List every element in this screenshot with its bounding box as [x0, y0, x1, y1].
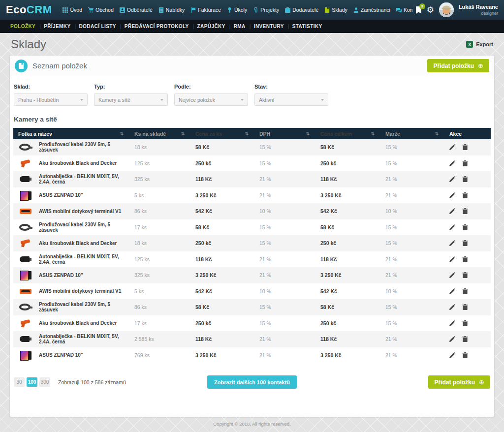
nav-item-odberatele[interactable]: Odběratelé — [117, 7, 156, 13]
edit-icon[interactable] — [449, 192, 455, 198]
delete-icon[interactable] — [462, 192, 468, 198]
edit-icon[interactable] — [449, 304, 455, 310]
sort-icon[interactable]: ⇅ — [181, 131, 185, 136]
user-role: designer — [459, 11, 498, 16]
filter-select[interactable]: Aktivní — [254, 93, 328, 106]
edit-icon[interactable] — [449, 144, 455, 150]
delete-icon[interactable] — [462, 256, 468, 262]
export-link[interactable]: x Export — [466, 41, 493, 48]
nav-item-projekty[interactable]: Projekty — [250, 7, 282, 13]
stock-quantity: 2 585 ks — [129, 336, 190, 342]
stock-quantity: 125 ks — [129, 160, 190, 166]
delete-icon[interactable] — [462, 176, 468, 182]
category-title: Kamery a sítě — [14, 116, 490, 123]
edit-icon[interactable] — [449, 208, 455, 214]
subnav-item[interactable]: STATISTIKY — [289, 24, 326, 29]
margin-rate: 15 % — [380, 240, 444, 246]
edit-icon[interactable] — [449, 320, 455, 326]
edit-icon[interactable] — [449, 160, 455, 166]
subnav-item[interactable]: ZAPŮJČKY — [194, 24, 230, 29]
nav-item-dodavatele[interactable]: Dodavatelé — [282, 7, 321, 13]
edit-icon[interactable] — [449, 288, 455, 294]
delete-icon[interactable] — [462, 272, 468, 278]
edit-icon[interactable] — [449, 224, 455, 230]
subnav-item[interactable]: PŘEDÁVACÍ PROTOKOLY — [121, 24, 194, 29]
top-navigation: EcoCRM Úvod Obchod Odběratelé Nabídky Fa… — [0, 0, 504, 20]
nav-item-komunikace[interactable]: Komunikace — [393, 7, 412, 13]
filter-select[interactable]: Kamery a sítě — [94, 93, 168, 106]
nav-item-fakturace[interactable]: Fakturace — [188, 7, 224, 13]
nav-item-obchod[interactable]: Obchod — [85, 7, 117, 13]
product-name: Aku šroubovák Black and Decker — [39, 320, 117, 326]
subnav-item[interactable]: INVENTURY — [251, 24, 289, 29]
filter-select[interactable]: Praha - Hloubětín — [14, 93, 88, 106]
stock-quantity: 18 ks — [129, 144, 190, 150]
table-row: ASUS ZENPAD 10" 325 ks 3 250 Kč 21 % 3 2… — [13, 267, 491, 283]
edit-icon[interactable] — [449, 352, 455, 358]
user-info[interactable]: Lukáš Raveane designer — [459, 4, 498, 15]
delete-icon[interactable] — [462, 352, 468, 358]
sort-icon[interactable]: ⇅ — [245, 131, 249, 136]
vat-rate: 21 % — [254, 272, 315, 278]
edit-icon[interactable] — [449, 336, 455, 342]
nav-item-zamestnanci[interactable]: Zaměstnanci — [350, 7, 393, 13]
load-more-button[interactable]: Zobrazit dalších 100 kontaktů — [207, 375, 297, 389]
edit-icon[interactable] — [449, 240, 455, 246]
margin-rate: 15 % — [380, 224, 444, 230]
edit-icon[interactable] — [449, 176, 455, 182]
product-photo — [18, 238, 33, 248]
stock-quantity: 18 ks — [129, 240, 190, 246]
notifications-button[interactable]: 3 — [415, 6, 422, 14]
filter-selected-value: Praha - Hloubětín — [18, 97, 59, 103]
subnav-item[interactable]: POLOŽKY — [7, 24, 40, 29]
add-item-button[interactable]: Přidat položku ⊕ — [427, 59, 489, 72]
product-photo — [18, 222, 33, 232]
product-name: AWIS mobilní dotykový terminál V1 — [39, 209, 121, 214]
avatar[interactable] — [439, 2, 454, 17]
table-row: Aku šroubovák Black and Decker 125 ks 25… — [13, 155, 491, 172]
total-price: 3 250 Kč — [315, 192, 380, 198]
nav-item-sklady[interactable]: Sklady — [321, 7, 350, 13]
subnav-item[interactable]: PŘÍJEMKY — [40, 24, 75, 29]
subnav-item[interactable]: RMA — [230, 24, 251, 29]
subnav-item[interactable]: DODACÍ LISTY — [75, 24, 121, 29]
nav-item-nabidky[interactable]: Nabídky — [156, 7, 188, 13]
sort-icon[interactable]: ⇅ — [371, 131, 375, 136]
delete-icon[interactable] — [462, 288, 468, 294]
total-price: 118 Kč — [315, 176, 380, 182]
add-item-button-bottom[interactable]: Přidat položku ⊕ — [428, 375, 490, 389]
chevron-down-icon — [80, 99, 83, 101]
edit-icon[interactable] — [449, 256, 455, 262]
delete-icon[interactable] — [462, 336, 468, 342]
nav-item-label: Komunikace — [404, 7, 412, 13]
delete-icon[interactable] — [462, 320, 468, 326]
column-label: Akce — [449, 131, 462, 137]
unit-price: 542 Kč — [190, 288, 254, 294]
nav-item-ukoly[interactable]: Úkoly — [224, 7, 250, 13]
stock-quantity: 325 ks — [129, 176, 190, 182]
edit-icon[interactable] — [449, 272, 455, 278]
plus-circle-icon: ⊕ — [478, 62, 483, 69]
delete-icon[interactable] — [462, 160, 468, 166]
total-price: 58 Kč — [315, 304, 380, 310]
settings-button[interactable]: ⚙ — [427, 6, 434, 14]
brand-logo[interactable]: EcoCRM — [6, 3, 52, 16]
delete-icon[interactable] — [462, 224, 468, 230]
delete-icon[interactable] — [462, 304, 468, 310]
delete-icon[interactable] — [462, 208, 468, 214]
page-size-option[interactable]: 100 — [27, 377, 37, 387]
sort-icon[interactable]: ⇅ — [120, 131, 124, 136]
total-price: 58 Kč — [315, 224, 380, 230]
margin-rate: 21 % — [380, 272, 444, 278]
nav-item-uvod[interactable]: Úvod — [60, 7, 85, 13]
unit-price: 250 kč — [190, 320, 254, 326]
product-name: ASUS ZENPAD 10" — [39, 352, 83, 358]
page-size-option[interactable]: 300 — [39, 377, 50, 387]
filter-select[interactable]: Nejvíce položek — [174, 93, 248, 106]
delete-icon[interactable] — [462, 144, 468, 150]
delete-icon[interactable] — [462, 240, 468, 246]
page-size-option[interactable]: 30 — [14, 377, 25, 387]
document-icon — [158, 7, 164, 13]
sort-icon[interactable]: ⇅ — [435, 131, 439, 136]
sort-icon[interactable]: ⇅ — [306, 131, 310, 136]
